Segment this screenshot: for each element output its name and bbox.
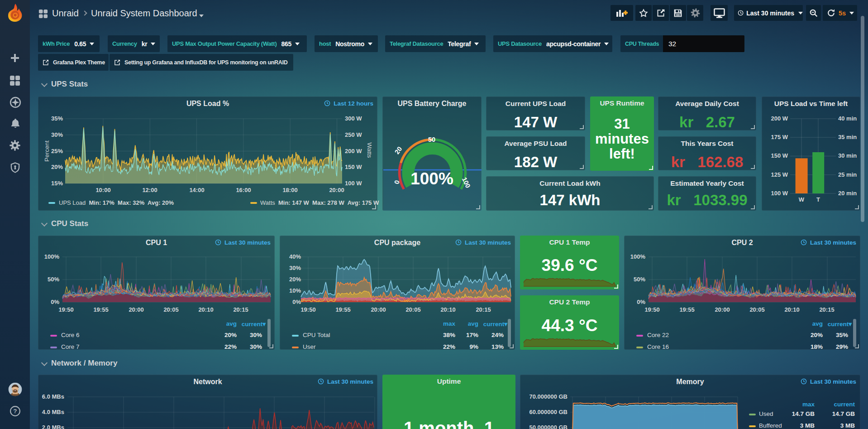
svg-text:?: ? bbox=[13, 408, 17, 415]
